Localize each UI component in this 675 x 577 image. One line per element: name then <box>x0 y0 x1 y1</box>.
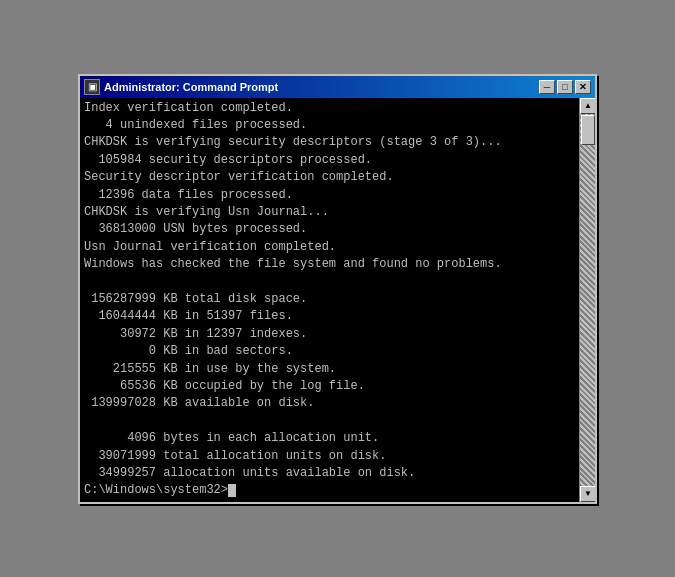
scroll-track[interactable] <box>580 114 595 486</box>
title-bar-left: ▣ Administrator: Command Prompt <box>84 79 278 95</box>
minimize-button[interactable]: ─ <box>539 80 555 94</box>
window-icon: ▣ <box>84 79 100 95</box>
scroll-down-button[interactable]: ▼ <box>580 486 595 502</box>
cursor <box>228 484 236 497</box>
scrollbar[interactable]: ▲ ▼ <box>579 98 595 502</box>
scroll-thumb[interactable] <box>581 115 595 145</box>
maximize-button[interactable]: □ <box>557 80 573 94</box>
window-title: Administrator: Command Prompt <box>104 81 278 93</box>
console-output[interactable]: Microsoft Windows [Version 6.0.60001] Co… <box>80 98 579 502</box>
command-prompt-window: ▣ Administrator: Command Prompt ─ □ ✕ Mi… <box>78 74 597 504</box>
title-bar: ▣ Administrator: Command Prompt ─ □ ✕ <box>80 76 595 98</box>
title-bar-buttons: ─ □ ✕ <box>539 80 591 94</box>
console-area: Microsoft Windows [Version 6.0.60001] Co… <box>80 98 595 502</box>
scroll-up-button[interactable]: ▲ <box>580 98 595 114</box>
close-button[interactable]: ✕ <box>575 80 591 94</box>
